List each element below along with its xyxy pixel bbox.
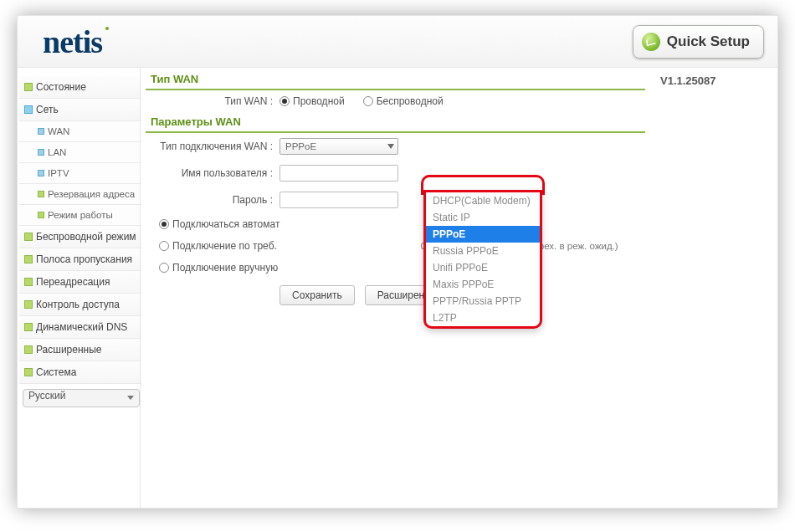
quick-setup-label: Quick Setup	[667, 33, 750, 50]
radio-icon	[159, 241, 169, 251]
brand-logo: netis	[43, 23, 102, 60]
conn-type-label: Тип подключения WAN :	[146, 141, 280, 152]
dropdown-option-static-ip[interactable]: Static IP	[426, 209, 540, 226]
password-label: Пароль :	[146, 194, 280, 206]
sidebar-item-wireless[interactable]: Беспроводной режим	[19, 226, 141, 248]
mode-auto-radio[interactable]: Подключаться автомат	[159, 218, 280, 230]
wan-type-label: Тип WAN :	[146, 95, 280, 107]
dropdown-option-label: L2TP	[433, 312, 457, 324]
radio-icon	[159, 219, 169, 229]
conn-type-dropdown-panel: DHCP(Cable Modem) Static IP PPPoE Russia…	[423, 190, 542, 329]
sidebar-item-label: Режим работы	[48, 210, 113, 220]
radio-icon	[280, 96, 290, 106]
quick-setup-icon	[642, 33, 660, 51]
radio-icon	[363, 96, 373, 106]
dropdown-option-l2tp[interactable]: L2TP	[426, 309, 540, 326]
main-content: Тип WAN Тип WAN : Проводной Беспроводной…	[140, 68, 652, 508]
sidebar-item-lan[interactable]: LAN	[19, 142, 141, 163]
mode-manual-radio[interactable]: Подключение вручную	[159, 262, 278, 274]
sidebar-item-forwarding[interactable]: Переадресация	[19, 271, 141, 294]
sidebar-item-access-control[interactable]: Контроль доступа	[19, 294, 141, 316]
dropdown-option-maxis-pppoe[interactable]: Maxis PPPoE	[426, 276, 540, 293]
button-label: Сохранить	[292, 289, 342, 301]
sidebar-item-label: Переадресация	[36, 276, 110, 288]
section-wan-params-title: Параметры WAN	[146, 112, 645, 133]
wan-type-wired-radio[interactable]: Проводной	[280, 95, 345, 107]
sidebar-item-label: Динамический DNS	[36, 321, 127, 333]
chevron-down-icon	[387, 144, 394, 149]
sidebar-item-status[interactable]: Состояние	[19, 76, 141, 99]
dropdown-option-pptp[interactable]: PPTP/Russia PPTP	[426, 293, 540, 309]
sidebar-item-advanced[interactable]: Расширенные	[19, 339, 141, 361]
app-frame: netis Quick Setup Состояние Сеть WAN LAN…	[17, 15, 778, 509]
wan-type-wireless-radio[interactable]: Беспроводной	[363, 95, 444, 107]
password-input[interactable]	[280, 192, 398, 208]
brand-text: netis	[43, 24, 102, 59]
save-button[interactable]: Сохранить	[280, 285, 355, 305]
radio-label: Беспроводной	[377, 95, 444, 107]
right-column: V1.1.25087	[652, 68, 777, 508]
sidebar: Состояние Сеть WAN LAN IPTV Резервация а…	[18, 68, 143, 508]
dropdown-option-pppoe[interactable]: PPPoE	[426, 226, 540, 243]
mode-ondemand-radio[interactable]: Подключение по треб.	[159, 240, 277, 252]
language-select[interactable]: Русский	[23, 389, 140, 407]
quick-setup-button[interactable]: Quick Setup	[633, 25, 764, 59]
password-row: Пароль :	[146, 187, 645, 213]
mode-ondemand-row: Подключение по треб. 0 означ., что устр-…	[146, 235, 645, 257]
dropdown-option-unifi-pppoe[interactable]: Unifi PPPoE	[426, 259, 540, 276]
sidebar-item-bandwidth[interactable]: Полоса пропускания	[19, 248, 141, 271]
conn-type-select-value: PPPoE	[285, 141, 316, 151]
dropdown-option-label: Maxis PPPoE	[433, 279, 494, 290]
topbar: netis Quick Setup	[18, 16, 777, 68]
sidebar-item-system[interactable]: Система	[19, 361, 141, 384]
dropdown-option-label: DHCP(Cable Modem)	[433, 195, 531, 207]
username-label: Имя пользователя :	[146, 167, 280, 179]
language-select-value: Русский	[28, 390, 66, 402]
sidebar-item-iptv[interactable]: IPTV	[19, 163, 141, 184]
sidebar-item-ddns[interactable]: Динамический DNS	[19, 316, 141, 339]
conn-type-row: Тип подключения WAN : PPPoE	[146, 133, 645, 160]
buttons-row: Сохранить Расширенные	[146, 285, 645, 305]
radio-label: Подключение по треб.	[172, 240, 277, 252]
sidebar-item-label: Система	[36, 366, 76, 378]
brand-dot-icon	[105, 27, 109, 30]
chevron-down-icon	[127, 396, 134, 400]
dropdown-option-label: Russia PPPoE	[433, 245, 499, 257]
dropdown-option-label: Static IP	[433, 212, 470, 223]
mode-auto-row: Подключаться автомат	[146, 213, 645, 235]
dropdown-option-label: Unifi PPPoE	[433, 262, 488, 274]
sidebar-item-label: WAN	[48, 126, 69, 136]
sidebar-item-label: Состояние	[36, 81, 86, 93]
radio-label: Подключаться автомат	[172, 218, 280, 230]
sidebar-item-address-reservation[interactable]: Резервация адреса	[19, 184, 141, 205]
sidebar-item-label: Расширенные	[36, 344, 102, 356]
username-row: Имя пользователя :	[146, 160, 645, 187]
sidebar-item-wan[interactable]: WAN	[19, 121, 141, 142]
dropdown-option-label: PPPoE	[433, 228, 465, 240]
dropdown-option-russia-pppoe[interactable]: Russia PPPoE	[426, 243, 540, 259]
wan-type-row: Тип WAN : Проводной Беспроводной	[146, 90, 645, 112]
sidebar-item-label: Беспроводной режим	[36, 231, 136, 243]
sidebar-item-label: Контроль доступа	[36, 299, 120, 310]
username-input[interactable]	[280, 165, 398, 182]
sidebar-item-label: Сеть	[36, 104, 59, 115]
sidebar-item-operation-mode[interactable]: Режим работы	[19, 205, 141, 226]
section-wan-type-title: Тип WAN	[146, 69, 645, 90]
dropdown-option-label: PPTP/Russia PPTP	[433, 295, 521, 307]
firmware-version: V1.1.25087	[660, 74, 769, 87]
radio-icon	[159, 263, 169, 273]
mode-manual-row: Подключение вручную	[146, 257, 645, 279]
sidebar-item-label: Полоса пропускания	[36, 253, 132, 265]
conn-type-select[interactable]: PPPoE	[280, 138, 398, 155]
dropdown-option-dhcp[interactable]: DHCP(Cable Modem)	[426, 192, 540, 209]
radio-label: Подключение вручную	[172, 262, 278, 274]
radio-label: Проводной	[293, 95, 345, 107]
sidebar-item-label: Резервация адреса	[48, 189, 135, 199]
sidebar-item-network[interactable]: Сеть	[19, 99, 141, 121]
sidebar-item-label: IPTV	[48, 168, 69, 178]
sidebar-item-label: LAN	[48, 147, 66, 157]
